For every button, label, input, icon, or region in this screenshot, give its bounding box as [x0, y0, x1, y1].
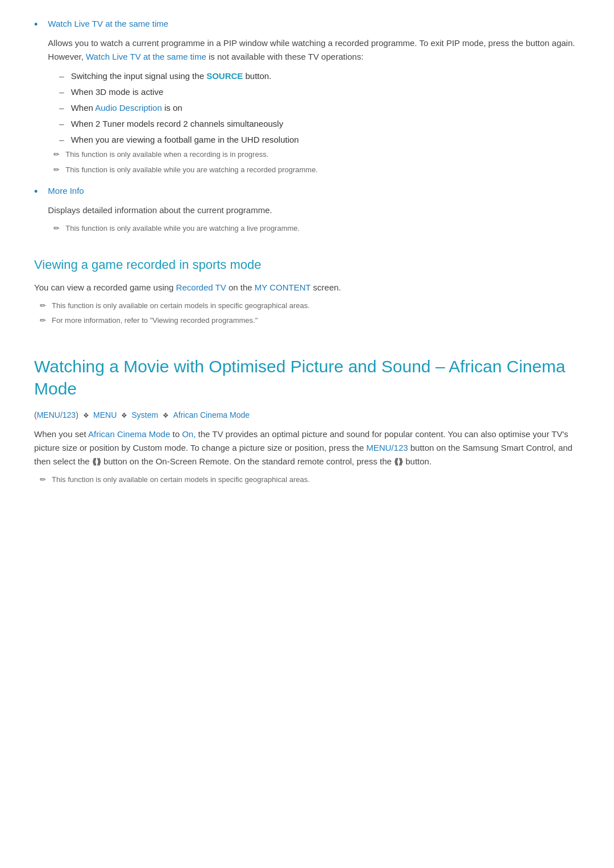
bullet-dot-2: •: [34, 184, 38, 200]
pencil-icon-s2: ✏: [40, 315, 46, 327]
sub-item-4: – When 2 Tuner models record 2 channels …: [59, 117, 580, 131]
sub-list-1: – Switching the input signal using the S…: [59, 69, 580, 147]
note-2a: ✏ This function is only available while …: [53, 223, 580, 235]
pencil-icon-s1: ✏: [40, 300, 46, 312]
tv-icon-1: ⟪⟫: [92, 457, 101, 466]
pencil-icon-1b: ✏: [53, 164, 60, 176]
sub-item-2: – When 3D mode is active: [59, 85, 580, 99]
african-cinema-body: When you set African Cinema Mode to On, …: [34, 427, 580, 468]
note-sports-2: ✏ For more information, refer to "Viewin…: [40, 315, 580, 327]
african-cinema-breadcrumb-link[interactable]: African Cinema Mode: [173, 410, 250, 420]
menu-breadcrumb-link[interactable]: MENU: [93, 410, 117, 420]
note-text-1b: This function is only available while yo…: [65, 164, 318, 176]
audio-description-link[interactable]: Audio Description: [95, 103, 162, 113]
on-keyword: On,: [182, 429, 196, 439]
more-info-link[interactable]: More Info: [48, 186, 84, 196]
note-text-c1: This function is only available on certa…: [52, 474, 310, 486]
note-cinema-1: ✏ This function is only available on cer…: [40, 474, 580, 486]
breadcrumb-arrow-2: ❖: [121, 412, 129, 420]
note-text-s2: For more information, refer to "Viewing …: [52, 315, 258, 327]
pencil-icon-2a: ✏: [53, 223, 60, 235]
watch-live-tv-link[interactable]: Watch Live TV at the same time: [48, 19, 168, 28]
bullet-more-info: • More Info Displays detailed informatio…: [34, 184, 580, 238]
note-1a: ✏ This function is only available when a…: [53, 149, 580, 161]
bullet2-body: Displays detailed information about the …: [48, 203, 580, 217]
section-watch-live-tv: • Watch Live TV at the same time Allows …: [34, 17, 580, 238]
african-cinema-title: Watching a Movie with Optimised Picture …: [34, 355, 580, 400]
section-sports-mode: Viewing a game recorded in sports mode Y…: [34, 255, 580, 327]
note-1b: ✏ This function is only available while …: [53, 164, 580, 176]
menu123-inline-link[interactable]: MENU/123: [366, 443, 408, 452]
note-text-1a: This function is only available when a r…: [65, 149, 268, 161]
bullet1-title: Watch Live TV at the same time: [48, 17, 580, 31]
pencil-icon-c1: ✏: [40, 474, 46, 486]
bullet2-title: More Info: [48, 184, 580, 198]
watch-live-tv-inline-link[interactable]: Watch Live TV at the same time: [86, 52, 206, 61]
bullet-dot-1: •: [34, 17, 38, 32]
sub-item-3: – When Audio Description is on: [59, 101, 580, 115]
section-african-cinema: Watching a Movie with Optimised Picture …: [34, 355, 580, 485]
menu123-breadcrumb-link[interactable]: MENU/123: [37, 410, 76, 420]
note-text-2a: This function is only available while yo…: [65, 223, 300, 235]
sub-item-1: – Switching the input signal using the S…: [59, 69, 580, 83]
my-content-link[interactable]: MY CONTENT: [255, 283, 311, 292]
bullet-content-1: Watch Live TV at the same time Allows yo…: [48, 17, 580, 180]
african-cinema-mode-link[interactable]: African Cinema Mode: [88, 429, 170, 439]
note-text-s1: This function is only available on certa…: [52, 300, 310, 312]
bullet1-body: Allows you to watch a current programme …: [48, 36, 580, 64]
sub-item-5: – When you are viewing a football game i…: [59, 133, 580, 147]
bullet-content-2: More Info Displays detailed information …: [48, 184, 580, 238]
pencil-icon-1a: ✏: [53, 149, 60, 161]
breadcrumb-arrow-3: ❖: [163, 412, 171, 420]
note-sports-1: ✏ This function is only available on cer…: [40, 300, 580, 312]
breadcrumb-arrow-1: ❖: [83, 412, 91, 420]
bullet-watch-live-tv: • Watch Live TV at the same time Allows …: [34, 17, 580, 180]
sports-mode-intro: You can view a recorded game using Recor…: [34, 281, 580, 294]
tv-icon-2: ⟪⟫: [394, 457, 403, 466]
source-keyword: SOURCE: [206, 71, 243, 81]
recorded-tv-link[interactable]: Recorded TV: [176, 283, 226, 292]
breadcrumb: (MENU/123) ❖ MENU ❖ System ❖ African Cin…: [34, 409, 580, 421]
system-breadcrumb-link[interactable]: System: [132, 410, 159, 420]
sports-mode-title: Viewing a game recorded in sports mode: [34, 255, 580, 275]
